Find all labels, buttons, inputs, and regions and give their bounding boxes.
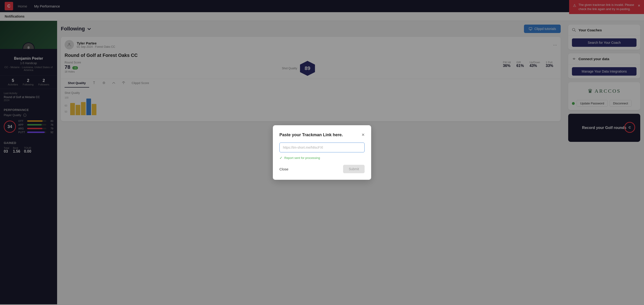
trackman-link-input[interactable] (280, 142, 364, 152)
trackman-modal: Paste your Trackman Link here. × ✓ Repor… (273, 125, 371, 180)
modal-overlay[interactable]: Paste your Trackman Link here. × ✓ Repor… (0, 0, 644, 304)
status-check-icon: ✓ (280, 156, 282, 160)
modal-submit-button[interactable]: Submit (343, 165, 364, 173)
modal-close-text-button[interactable]: Close (280, 167, 288, 171)
status-text: Report sent for processing (284, 156, 320, 160)
modal-footer: Close Submit (280, 165, 364, 173)
modal-status: ✓ Report sent for processing (280, 156, 364, 160)
modal-title: Paste your Trackman Link here. (280, 132, 343, 138)
modal-header: Paste your Trackman Link here. × (280, 132, 364, 138)
modal-close-button[interactable]: × (362, 132, 364, 138)
